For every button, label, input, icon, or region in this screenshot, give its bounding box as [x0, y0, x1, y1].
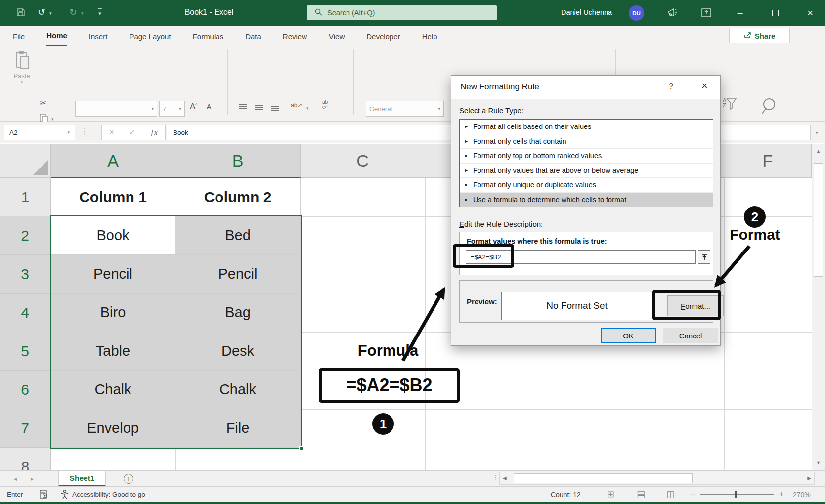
- rule-item-4[interactable]: ►Format only unique or duplicate values: [460, 178, 713, 193]
- rule-item-0[interactable]: ►Format all cells based on their values: [460, 120, 713, 134]
- grow-font-icon[interactable]: A^: [190, 102, 197, 112]
- horizontal-scroll-thumb[interactable]: [514, 473, 693, 483]
- tab-view[interactable]: View: [329, 26, 345, 46]
- rule-item-1[interactable]: ►Format only cells that contain: [460, 134, 713, 149]
- cell-a3[interactable]: Pencil: [51, 255, 175, 294]
- number-format-select[interactable]: General▾: [366, 101, 444, 117]
- dialog-help-icon[interactable]: ?: [669, 82, 673, 91]
- cell-b2[interactable]: Bed: [175, 216, 301, 255]
- zoom-slider-track[interactable]: [700, 494, 774, 495]
- tab-home[interactable]: Home: [46, 26, 67, 46]
- orientation-icon[interactable]: ab↗: [291, 102, 302, 109]
- rule-item-2[interactable]: ►Format only top or bottom ranked values: [460, 149, 713, 164]
- cut-icon[interactable]: ✂: [40, 98, 46, 108]
- scroll-down-icon[interactable]: ▼: [816, 460, 821, 465]
- quick-access-customize-icon[interactable]: ─▾: [98, 6, 102, 16]
- undo-icon[interactable]: ↺: [38, 6, 45, 18]
- cell-b3[interactable]: Pencil: [175, 255, 301, 294]
- formula-bar-expand-icon[interactable]: ▾: [816, 130, 818, 135]
- enter-entry-icon[interactable]: ✓: [129, 128, 135, 137]
- normal-view-icon[interactable]: ⊞: [607, 489, 614, 500]
- column-header-f[interactable]: F: [724, 144, 812, 178]
- zoom-in-icon[interactable]: +: [779, 490, 783, 499]
- cell-b7[interactable]: File: [175, 409, 301, 448]
- hscroll-left-icon[interactable]: ◀: [503, 475, 507, 481]
- column-header-c[interactable]: C: [301, 144, 425, 178]
- save-icon[interactable]: [16, 7, 26, 19]
- name-box-chevron-icon[interactable]: ▾: [67, 130, 70, 135]
- accessibility-status[interactable]: Accessibility: Good to go: [72, 491, 145, 498]
- zoom-slider-thumb[interactable]: [735, 491, 737, 498]
- rule-item-5-selected[interactable]: ►Use a formula to determine which cells …: [460, 193, 713, 207]
- row-header-7[interactable]: 7: [0, 409, 51, 448]
- hscroll-right-icon[interactable]: ▶: [807, 475, 811, 481]
- row-header-3[interactable]: 3: [0, 255, 51, 294]
- row-header-6[interactable]: 6: [0, 371, 51, 409]
- sheet-tab-sheet1[interactable]: Sheet1: [58, 471, 106, 487]
- user-name[interactable]: Daniel Uchenna: [561, 8, 612, 16]
- cell-b5[interactable]: Desk: [175, 332, 301, 371]
- row-header-2[interactable]: 2: [0, 216, 51, 255]
- horizontal-scrollbar[interactable]: ◀ ▶: [499, 472, 815, 485]
- tab-insert[interactable]: Insert: [89, 26, 108, 46]
- page-break-view-icon[interactable]: ◫: [666, 489, 675, 500]
- share-button[interactable]: Share: [729, 28, 790, 43]
- sheet-prev-icon[interactable]: ◂: [14, 475, 17, 482]
- font-size-select[interactable]: 7▾: [159, 101, 185, 117]
- sheet-next-icon[interactable]: ▸: [31, 475, 34, 482]
- tab-developer[interactable]: Developer: [366, 26, 400, 46]
- dialog-close-icon[interactable]: ×: [701, 80, 708, 92]
- avatar[interactable]: DU: [629, 5, 644, 21]
- cancel-entry-icon[interactable]: ×: [109, 128, 114, 137]
- align-top-icon[interactable]: [239, 104, 247, 109]
- font-name-select[interactable]: ▾: [75, 101, 157, 117]
- cell-a1[interactable]: Column 1: [51, 178, 175, 216]
- close-button[interactable]: ×: [799, 0, 822, 26]
- cell-a7[interactable]: Envelop: [51, 409, 175, 448]
- tab-scrollbar-splitter[interactable]: ⋮: [492, 474, 499, 481]
- tab-formulas[interactable]: Formulas: [193, 26, 224, 46]
- row-header-5[interactable]: 5: [0, 332, 51, 371]
- copy-chevron-icon[interactable]: ▾: [51, 117, 54, 122]
- column-header-a[interactable]: A: [51, 144, 175, 178]
- vertical-scrollbar[interactable]: ▲ ▼: [812, 144, 825, 470]
- vertical-scroll-thumb[interactable]: [814, 163, 823, 277]
- ok-button[interactable]: OK: [601, 328, 656, 343]
- cell-b1[interactable]: Column 2: [175, 178, 301, 216]
- insert-function-icon[interactable]: ƒx: [150, 128, 157, 137]
- shrink-font-icon[interactable]: Aˇ: [207, 103, 213, 111]
- row-header-8[interactable]: 8: [0, 448, 51, 470]
- rule-item-3[interactable]: ►Format only values that are above or be…: [460, 164, 713, 178]
- wrap-text-icon[interactable]: abc↵: [322, 100, 329, 110]
- cell-b4[interactable]: Bag: [175, 294, 301, 332]
- tab-data[interactable]: Data: [245, 26, 261, 46]
- orientation-chevron-icon[interactable]: ▾: [306, 106, 309, 111]
- cell-a4[interactable]: Biro: [51, 294, 175, 332]
- formula-bar-divider[interactable]: ⋮: [81, 127, 88, 136]
- new-sheet-icon[interactable]: +: [124, 474, 133, 484]
- accessibility-icon[interactable]: [60, 489, 69, 501]
- tab-review[interactable]: Review: [283, 26, 307, 46]
- column-header-b[interactable]: B: [175, 144, 301, 178]
- maximize-button[interactable]: [764, 0, 786, 26]
- zoom-out-icon[interactable]: −: [690, 490, 695, 499]
- row-header-1[interactable]: 1: [0, 178, 51, 216]
- cell-b6[interactable]: Chalk: [175, 371, 301, 409]
- collapse-dialog-button[interactable]: [698, 250, 710, 264]
- tab-page-layout[interactable]: Page Layout: [129, 26, 171, 46]
- row-header-4[interactable]: 4: [0, 294, 51, 332]
- zoom-level[interactable]: 270%: [793, 491, 811, 499]
- page-layout-view-icon[interactable]: ▤: [637, 489, 645, 500]
- paste-button[interactable]: Paste ▾: [10, 50, 34, 98]
- sort-filter-icon[interactable]: AZ: [723, 98, 737, 110]
- find-select-icon[interactable]: [760, 97, 778, 119]
- scroll-up-icon[interactable]: ▲: [816, 148, 821, 154]
- cell-a5[interactable]: Table: [51, 332, 175, 371]
- minimize-button[interactable]: ─: [729, 0, 751, 26]
- select-all-corner[interactable]: [0, 144, 51, 178]
- cell-a2-active[interactable]: Book: [51, 216, 175, 255]
- tab-file[interactable]: File: [13, 26, 25, 46]
- name-box[interactable]: A2 ▾: [4, 125, 75, 140]
- align-bottom-icon[interactable]: [271, 106, 279, 111]
- cell-a6[interactable]: Chalk: [51, 371, 175, 409]
